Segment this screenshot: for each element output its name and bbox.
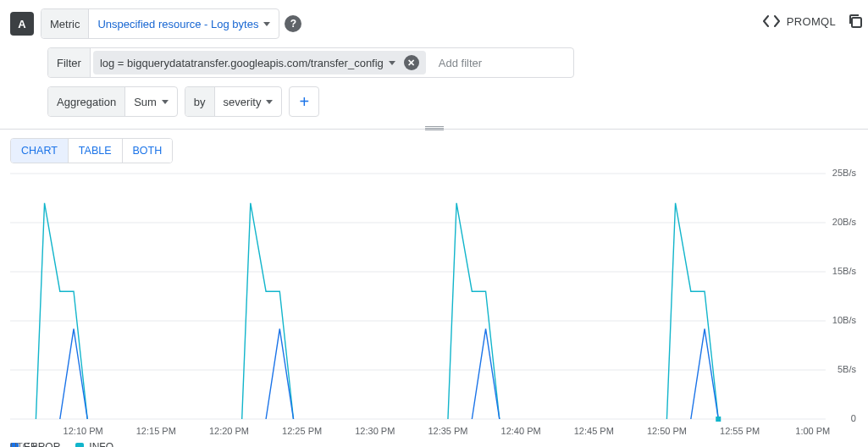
chevron-down-icon	[162, 100, 169, 104]
svg-text:12:30 PM: 12:30 PM	[355, 426, 395, 436]
close-icon[interactable]: ✕	[404, 55, 419, 70]
help-icon[interactable]: ?	[285, 15, 301, 32]
view-tabs: CHART TABLE BOTH	[10, 138, 173, 163]
svg-text:12:40 PM: 12:40 PM	[501, 426, 541, 436]
by-label: by	[185, 87, 215, 116]
svg-text:12:35 PM: 12:35 PM	[428, 426, 467, 436]
filter-label: Filter	[48, 48, 91, 77]
tab-both[interactable]: BOTH	[123, 139, 173, 163]
legend-item-info[interactable]: INFO	[75, 441, 113, 447]
svg-text:12:25 PM: 12:25 PM	[282, 426, 322, 436]
svg-text:0: 0	[851, 413, 856, 423]
x-origin-label: UTC-5	[10, 441, 37, 447]
tab-chart[interactable]: CHART	[11, 139, 69, 163]
svg-text:12:45 PM: 12:45 PM	[574, 426, 614, 436]
svg-text:20B/s: 20B/s	[832, 217, 857, 227]
legend-label: INFO	[89, 441, 113, 447]
copy-icon[interactable]	[848, 14, 863, 29]
drag-handle-icon[interactable]	[425, 126, 444, 130]
svg-text:12:55 PM: 12:55 PM	[720, 426, 760, 436]
chevron-down-icon	[389, 61, 395, 65]
svg-rect-24	[716, 417, 721, 422]
svg-text:12:50 PM: 12:50 PM	[647, 426, 687, 436]
svg-text:10B/s: 10B/s	[832, 315, 857, 325]
series-chip[interactable]: A	[10, 12, 34, 36]
svg-text:12:10 PM: 12:10 PM	[64, 426, 103, 436]
svg-text:12:15 PM: 12:15 PM	[136, 426, 176, 436]
tab-table[interactable]: TABLE	[69, 139, 123, 163]
aggregation-selector[interactable]: Aggregation Sum	[47, 86, 178, 117]
chevron-down-icon	[266, 100, 273, 104]
metric-value: Unspecified resource - Log bytes	[97, 18, 258, 30]
code-icon	[763, 15, 780, 27]
aggregation-value: Sum	[134, 96, 157, 108]
filter-chip[interactable]: log = bigquerydatatransfer.googleapis.co…	[93, 51, 426, 74]
legend-swatch	[75, 443, 84, 447]
filter-box: Filter log = bigquerydatatransfer.google…	[47, 47, 574, 78]
by-value: severity	[224, 96, 262, 108]
filter-chip-text: log = bigquerydatatransfer.googleapis.co…	[100, 57, 384, 69]
add-button[interactable]: +	[289, 86, 319, 117]
svg-rect-0	[852, 18, 861, 27]
svg-text:5B/s: 5B/s	[838, 364, 857, 374]
svg-text:15B/s: 15B/s	[832, 266, 857, 276]
svg-text:12:20 PM: 12:20 PM	[209, 426, 249, 436]
add-filter-input[interactable]: Add filter	[428, 57, 492, 69]
promql-button[interactable]: PROMQL	[787, 15, 836, 28]
metric-label: Metric	[41, 9, 89, 38]
svg-text:25B/s: 25B/s	[832, 168, 857, 178]
aggregation-label: Aggregation	[48, 87, 125, 116]
svg-text:1:00 PM: 1:00 PM	[795, 426, 830, 436]
metric-selector[interactable]: Metric Unspecified resource - Log bytes	[41, 8, 279, 39]
legend: UTC-5 ERROR INFO	[10, 441, 858, 447]
divider	[0, 129, 868, 130]
groupby-selector[interactable]: by severity	[185, 86, 283, 117]
line-chart[interactable]: 05B/s10B/s15B/s20B/s25B/s12:10 PM12:15 P…	[10, 168, 858, 439]
chevron-down-icon	[263, 22, 270, 26]
